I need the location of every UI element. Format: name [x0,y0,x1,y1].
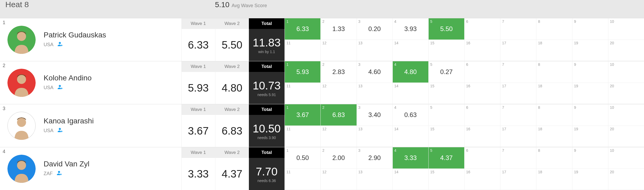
surfer-name[interactable]: David Van Zyl [44,160,89,168]
wave-index: 3 [358,62,361,67]
wave-index: 16 [466,84,470,88]
surfer-row: 3 Kanoa Igarashi USA Wave 1 3.67Wave 2 6… [0,104,644,147]
wave1-column: Wave 1 3.33 [181,147,215,190]
avg-score-label: Avg Wave Score [232,3,267,8]
follow-icon[interactable] [57,41,63,49]
follow-icon[interactable] [56,170,62,178]
wave-score: 3.93 [404,25,417,33]
wave-cell: 18 [536,126,572,147]
wave-grid: 10.5022.0032.9043.3354.37678910111213141… [285,147,644,190]
wave-cell: 20 [608,126,644,147]
total-column: Total 10.50 needs 3.90 [249,104,285,147]
wave-cell: 7 [500,147,536,169]
wave-cell: 14 [392,169,428,190]
wave-index: 20 [610,170,614,174]
wave-index: 7 [502,148,504,153]
wave-score: 0.50 [296,154,309,162]
wave-score: 5.93 [296,68,309,76]
wave2-label: Wave 2 [215,61,249,72]
surfer-avatar[interactable] [7,26,36,54]
wave-cell: 20 [608,40,644,61]
wave-cell: 12 [320,83,356,104]
wave-score: 2.00 [332,154,345,162]
wave-cell: 7 [500,104,536,126]
wave-cell: 8 [536,104,572,126]
wave-cell: 22.83 [320,61,356,83]
wave-index: 6 [466,19,468,24]
surfer-avatar[interactable] [7,155,36,183]
wave-index: 15 [430,170,434,174]
wave-grid: 13.6726.8333.4040.6356789101112131415161… [285,104,644,147]
wave-cell: 10 [608,61,644,83]
wave-index: 12 [322,127,327,131]
wave-score: 3.67 [296,111,309,119]
surfer-name[interactable]: Kanoa Igarashi [44,117,94,125]
surfer-info: 3 Kanoa Igarashi USA [0,104,181,147]
surfer-avatar[interactable] [7,69,36,97]
wave-index: 17 [502,170,506,174]
total-label: Total [249,147,285,158]
wave-cell: 12 [320,126,356,147]
total-status: needs 5.91 [257,93,276,97]
total-label: Total [249,104,285,115]
wave-index: 18 [538,127,542,131]
wave-index: 16 [466,41,470,45]
wave-cell: 16 [464,169,500,190]
surfer-row: 1 Patrick Gudauskas USA Wave 1 6.33Wave … [0,18,644,61]
wave-score: 1.33 [332,25,345,33]
wave1-label: Wave 1 [182,61,215,72]
surfer-name[interactable]: Patrick Gudauskas [44,31,106,39]
wave2-score: 4.80 [215,72,249,104]
wave-index: 7 [502,105,504,110]
svg-point-5 [17,118,26,127]
wave-cell: 14 [392,126,428,147]
wave-cell: 9 [572,147,608,169]
wave-cell: 20 [608,169,644,190]
wave-index: 13 [358,41,363,45]
wave-cell: 5 [428,104,464,126]
rank: 3 [3,106,5,111]
wave-index: 9 [574,148,576,153]
wave-cell: 6 [464,147,500,169]
total-status: win by 1.1 [258,50,275,54]
wave-cell: 8 [536,61,572,83]
wave-score: 0.27 [440,68,453,76]
wave1-score: 3.67 [182,115,215,147]
wave-index: 4 [394,105,396,110]
wave-cell: 14 [392,40,428,61]
wave-cell: 10.50 [285,147,320,169]
surfer-name[interactable]: Kolohe Andino [44,74,92,82]
wave-index: 9 [574,62,576,67]
wave-cell: 8 [536,147,572,169]
surfer-avatar[interactable] [7,112,36,140]
wave2-score: 5.50 [215,29,249,61]
wave-cell: 33.40 [357,104,392,126]
wave-cell: 19 [572,169,608,190]
wave-cell: 16 [464,126,500,147]
wave-score: 3.33 [404,154,417,162]
wave-index: 20 [610,41,614,45]
wave-index: 13 [358,84,363,88]
follow-icon[interactable] [57,84,63,92]
rank: 2 [3,63,5,68]
wave-cell: 30.20 [357,18,392,40]
wave-index: 16 [466,170,470,174]
wave-score: 3.40 [368,111,381,119]
wave-index: 2 [322,62,324,67]
wave-index: 20 [610,127,614,131]
wave-index: 15 [430,41,434,45]
follow-icon[interactable] [57,127,63,135]
wave-index: 6 [466,105,468,110]
surfer-country: USA [44,85,53,90]
wave-cell: 50.27 [428,61,464,83]
wave-index: 11 [286,41,291,45]
wave-index: 8 [538,62,540,67]
total-score: 7.70 [256,165,278,178]
wave-index: 8 [538,148,540,153]
wave-cell: 8 [536,18,572,40]
wave-cell: 26.83 [320,104,356,126]
wave-cell: 17 [500,126,536,147]
wave-cell: 9 [572,61,608,83]
wave1-score: 6.33 [182,29,215,61]
total-status: needs 6.36 [257,179,276,183]
